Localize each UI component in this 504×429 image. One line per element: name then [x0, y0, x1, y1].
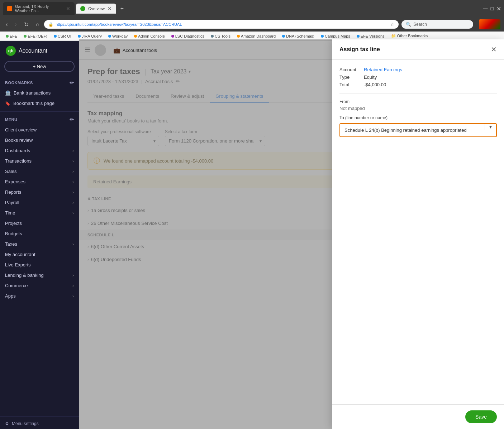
bookmark-efe-versions[interactable]: EFE Versions	[355, 33, 387, 39]
sidebar-item-time[interactable]: Time ›	[0, 208, 79, 218]
budgets-label: Budgets	[5, 231, 22, 236]
qb-logo: qb	[6, 46, 16, 56]
bookmark-icon: 🔖	[5, 101, 10, 106]
new-tab-button[interactable]: +	[118, 4, 127, 13]
projects-label: Projects	[5, 221, 22, 226]
sidebar-bookmarks-header[interactable]: BOOKMARKS ✏	[0, 78, 79, 88]
sidebar-item-expenses[interactable]: Expenses ›	[0, 177, 79, 187]
sidebar-item-budgets[interactable]: Budgets	[0, 228, 79, 239]
menu-section-label: MENU	[5, 117, 17, 122]
payroll-chevron: ›	[72, 200, 74, 205]
from-value: Not mapped	[339, 106, 497, 111]
save-button[interactable]: Save	[465, 410, 497, 423]
live-experts-label: Live Experts	[5, 262, 31, 267]
forward-button[interactable]: ›	[13, 20, 19, 28]
tab-close-overview[interactable]: ✕	[108, 6, 112, 11]
sidebar-item-dashboards[interactable]: Dashboards ›	[0, 145, 79, 156]
panel-header: Assign tax line ✕	[332, 39, 504, 60]
sidebar-divider-1	[0, 111, 79, 112]
app-container: qb Accountant + New BOOKMARKS ✏ 🏦 Bank t…	[0, 41, 504, 429]
sidebar-item-my-accountant[interactable]: My accountant	[0, 249, 79, 260]
account-label: Account	[339, 67, 361, 72]
total-label: Total	[339, 82, 361, 87]
books-review-label: Books review	[5, 138, 33, 143]
bookmark-cs[interactable]: CS Tools	[209, 33, 233, 39]
reload-button[interactable]: ↻	[22, 20, 31, 29]
panel-divider	[339, 93, 497, 93]
client-overview-label: Client overview	[5, 127, 37, 132]
bookmark-campus[interactable]: Campus Maps	[319, 33, 352, 39]
browser-avatar	[479, 19, 500, 29]
sidebar-item-bookmark-page[interactable]: 🔖 Bookmark this page	[0, 98, 79, 109]
from-section: From Not mapped	[339, 99, 497, 111]
bookmark-efe[interactable]: EFE	[4, 33, 19, 39]
sidebar-item-apps[interactable]: Apps ›	[0, 291, 79, 301]
bookmarks-section-label: BOOKMARKS	[5, 81, 33, 85]
sidebar-item-projects[interactable]: Projects	[0, 218, 79, 228]
address-bar[interactable]: 🔒 https://qbo.intuit.com/app/booksreview…	[44, 20, 399, 29]
lending-chevron: ›	[72, 273, 74, 278]
taxes-chevron: ›	[72, 242, 74, 247]
bookmark-jira[interactable]: JIRA Query	[76, 33, 104, 39]
sidebar-item-commerce[interactable]: Commerce ›	[0, 280, 79, 291]
window-close[interactable]: ✕	[496, 5, 501, 12]
sidebar-item-live-experts[interactable]: Live Experts	[0, 260, 79, 270]
bookmark-csr[interactable]: CSR OI	[52, 33, 73, 39]
menu-settings-label: Menu settings	[12, 421, 39, 426]
panel-body: Account Retained Earnings Type Equity To…	[332, 60, 504, 404]
browser-tab-overview[interactable]: Overview ✕	[76, 4, 116, 14]
search-placeholder: Search	[413, 22, 427, 27]
bookmarks-edit-icon[interactable]: ✏	[70, 80, 74, 86]
sidebar-item-transactions[interactable]: Transactions ›	[0, 156, 79, 166]
reports-label: Reports	[5, 189, 22, 195]
bookmark-efe-qef[interactable]: EFE (QEF)	[22, 33, 49, 39]
menu-settings-icon: ⚙	[5, 421, 9, 426]
home-button[interactable]: ⌂	[34, 20, 42, 28]
browser-search-bar[interactable]: 🔍 Search	[401, 20, 473, 29]
total-value: -$4,000.00	[364, 82, 386, 87]
sidebar-item-payroll[interactable]: Payroll ›	[0, 197, 79, 208]
expenses-label: Expenses	[5, 179, 25, 184]
sidebar-item-sales[interactable]: Sales ›	[0, 166, 79, 177]
bank-transactions-item-left: 🏦 Bank transactions	[5, 90, 51, 96]
payroll-label: Payroll	[5, 200, 19, 205]
bookmark-other[interactable]: 📁 Other Bookmarks	[389, 33, 430, 39]
panel-footer: Save	[332, 404, 504, 429]
tab-close-weather[interactable]: ✕	[66, 6, 70, 11]
panel-close-button[interactable]: ✕	[491, 45, 497, 54]
from-label: From	[339, 99, 497, 104]
apps-chevron: ›	[72, 294, 74, 299]
dashboards-chevron: ›	[72, 148, 74, 153]
sidebar-item-client-overview[interactable]: Client overview	[0, 125, 79, 135]
window-maximize[interactable]: □	[491, 6, 494, 11]
bookmark-admin[interactable]: Admin Console	[132, 33, 167, 39]
sidebar-item-bank-transactions[interactable]: 🏦 Bank transactions	[0, 88, 79, 98]
to-select-dropdown-icon[interactable]: ▾	[485, 124, 496, 130]
bookmark-lsc[interactable]: LSC Diagnostics	[169, 33, 206, 39]
sidebar-item-taxes[interactable]: Taxes ›	[0, 239, 79, 249]
sidebar-footer[interactable]: ⚙ Menu settings	[0, 416, 79, 429]
browser-tab-weather[interactable]: Garland, TX Hourly Weather Fo... ✕	[3, 2, 75, 15]
sidebar-item-lending[interactable]: Lending & banking ›	[0, 270, 79, 280]
sidebar-menu-header[interactable]: MENU ✏	[0, 115, 79, 125]
new-button[interactable]: + New	[4, 61, 75, 72]
bookmark-page-item-left: 🔖 Bookmark this page	[5, 101, 54, 106]
bookmark-dna[interactable]: DNA (Schemas)	[280, 33, 317, 39]
window-minimize[interactable]: ─	[483, 5, 488, 13]
back-button[interactable]: ‹	[4, 20, 10, 28]
time-label: Time	[5, 210, 15, 216]
bookmark-workday[interactable]: Workday	[106, 33, 130, 39]
sidebar-bookmarks-section: BOOKMARKS ✏ 🏦 Bank transactions 🔖 Bookma…	[0, 76, 79, 110]
to-select-wrapper[interactable]: Schedule L 24(b) Beginning retained earn…	[339, 123, 497, 137]
sidebar-item-reports[interactable]: Reports ›	[0, 187, 79, 197]
account-field-row: Account Retained Earnings	[339, 67, 497, 72]
bank-transactions-label: Bank transactions	[14, 90, 51, 96]
tab-favicon-qb	[80, 6, 85, 11]
bookmark-amazon[interactable]: Amazon Dashboard	[235, 33, 278, 39]
bookmark-this-page-label: Bookmark this page	[13, 101, 54, 106]
browser-nav: ‹ › ↻ ⌂ 🔒 https://qbo.intuit.com/app/boo…	[0, 17, 504, 32]
to-select[interactable]: Schedule L 24(b) Beginning retained earn…	[340, 124, 485, 136]
sidebar-item-books-review[interactable]: Books review	[0, 135, 79, 145]
menu-edit-icon[interactable]: ✏	[70, 117, 74, 122]
assign-tax-line-panel: Assign tax line ✕ Account Retained Earni…	[332, 39, 504, 429]
